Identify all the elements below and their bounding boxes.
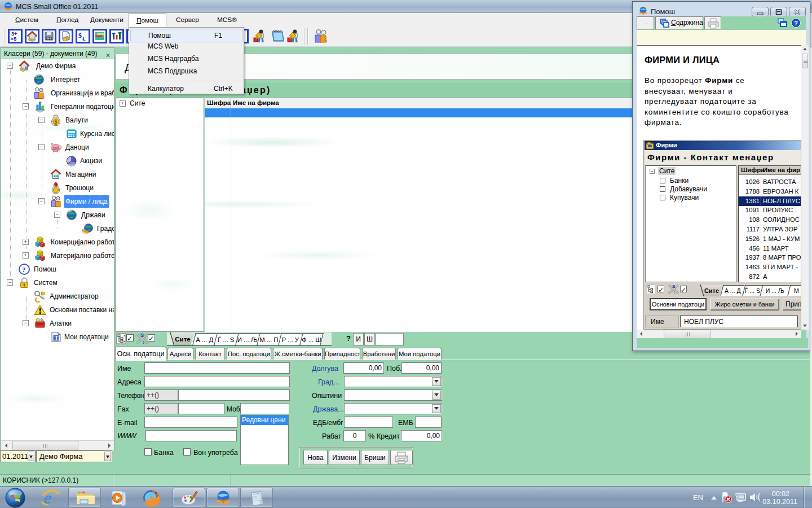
svg-text:$: $ (78, 32, 82, 40)
svg-text:S: S (140, 332, 144, 338)
svg-text:×5: ×5 (11, 36, 16, 42)
svg-text:?: ? (794, 20, 798, 27)
svg-text:↓: ↓ (673, 290, 676, 295)
svg-text:S: S (672, 284, 676, 289)
svg-text:€: € (82, 35, 86, 42)
svg-text:↓: ↓ (142, 339, 145, 345)
